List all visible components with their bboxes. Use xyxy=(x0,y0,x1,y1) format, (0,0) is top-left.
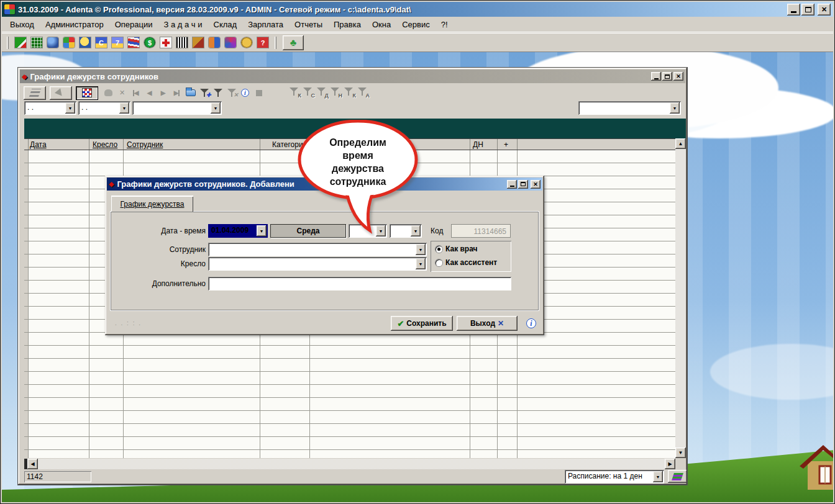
filter-combobox[interactable]: ▼ xyxy=(132,101,222,115)
column-header-dn[interactable]: ДН xyxy=(473,140,483,149)
prev-record-button[interactable]: ◀ xyxy=(143,87,156,99)
help-book-icon[interactable]: ? xyxy=(257,37,268,48)
minimize-button[interactable] xyxy=(787,4,800,16)
schedules-titlebar[interactable]: ◆ Графики дежурств сотрудников ✕ xyxy=(20,70,685,83)
maximize-button[interactable] xyxy=(801,4,814,16)
tab-schedule[interactable]: График дежурства xyxy=(111,196,193,212)
exit-icon[interactable] xyxy=(15,37,26,48)
add-filter-button[interactable]: ✚ xyxy=(198,87,211,99)
employee-combobox[interactable]: ▼ xyxy=(208,243,427,256)
right-filter-combobox[interactable]: ▼ xyxy=(578,101,681,115)
clear-filter-button[interactable]: ✕ xyxy=(225,87,238,99)
dropdown-arrow-icon[interactable]: ▼ xyxy=(416,244,426,255)
menu-warehouse[interactable]: Склад xyxy=(208,18,243,31)
filter-s-button[interactable]: С xyxy=(303,88,316,99)
column-header-employee[interactable]: Сотрудник xyxy=(127,140,163,149)
menu-administrator[interactable]: Администратор xyxy=(40,18,109,31)
tasks-c-icon[interactable]: C xyxy=(96,37,107,48)
minimize-button[interactable] xyxy=(651,72,661,81)
palette-icon[interactable] xyxy=(225,37,236,48)
date-to-combobox[interactable]: . . ▼ xyxy=(78,101,130,115)
gear-icon[interactable] xyxy=(241,37,252,48)
exit-button[interactable]: Выход ✕ xyxy=(457,316,518,331)
close-button[interactable]: ✕ xyxy=(531,180,541,189)
radio-as-assistant[interactable]: Как ассистент xyxy=(436,258,497,267)
next-record-button[interactable]: ▶ xyxy=(157,87,170,99)
schedule-grid-icon[interactable] xyxy=(31,37,42,48)
close-button[interactable]: ✕ xyxy=(673,72,683,81)
date-combobox[interactable]: 01.04.2009 ▼ xyxy=(208,224,268,238)
menu-operations[interactable]: Операции xyxy=(109,18,158,31)
menu-salary[interactable]: Зарплата xyxy=(242,18,289,31)
scroll-left-button[interactable]: ◀ xyxy=(27,459,38,469)
hscroll-track[interactable] xyxy=(27,459,675,469)
maximize-button[interactable] xyxy=(662,72,672,81)
schedule-mode-combobox[interactable]: Расписание: на 1 ден ▼ xyxy=(565,470,664,484)
dropdown-arrow-icon[interactable]: ▼ xyxy=(211,102,221,114)
first-aid-icon[interactable] xyxy=(160,37,171,48)
stripes-view-button[interactable] xyxy=(24,86,46,100)
pointer-button[interactable] xyxy=(50,86,72,100)
maximize-button[interactable] xyxy=(518,180,528,189)
dropdown-arrow-icon[interactable]: ▼ xyxy=(119,102,129,114)
vscroll-track[interactable] xyxy=(675,138,686,458)
tasks-7-icon[interactable]: 7 xyxy=(112,37,123,48)
filter-n-button[interactable]: Н xyxy=(331,88,343,99)
scroll-up-button[interactable]: ▲ xyxy=(675,138,686,149)
first-record-button[interactable]: ◀ xyxy=(129,87,142,99)
last-record-button[interactable]: ▶ xyxy=(170,87,183,99)
minimize-button[interactable] xyxy=(507,180,517,189)
filter-k2-button[interactable]: К xyxy=(344,88,357,99)
stop-button[interactable] xyxy=(252,87,265,99)
dropdown-arrow-icon[interactable]: ▼ xyxy=(257,225,267,236)
menu-windows[interactable]: Окна xyxy=(367,18,396,31)
filter-button[interactable] xyxy=(211,87,224,99)
money-icon[interactable]: $ xyxy=(144,37,155,48)
toolbar-grip[interactable] xyxy=(7,37,9,49)
barcode-icon[interactable] xyxy=(176,37,188,48)
dialog-info-icon[interactable]: i xyxy=(526,318,536,328)
extra-input[interactable] xyxy=(208,277,511,290)
patients-icon[interactable] xyxy=(47,37,58,48)
stripes-mode-button[interactable] xyxy=(668,470,687,483)
filter-k1-button[interactable]: К xyxy=(290,88,302,99)
horizontal-scrollbar[interactable]: ◀ ▶ xyxy=(24,459,675,469)
clover-button[interactable]: ♣ xyxy=(283,35,304,50)
menu-edit[interactable]: Правка xyxy=(328,18,367,31)
info-button[interactable]: i xyxy=(239,87,252,99)
column-header-plus[interactable]: + xyxy=(504,140,508,149)
filter-a-button[interactable]: А xyxy=(358,88,370,99)
scroll-right-button[interactable]: ▶ xyxy=(665,459,675,469)
menu-tasks[interactable]: З а д а ч и xyxy=(158,18,208,31)
dropdown-arrow-icon[interactable]: ▼ xyxy=(653,471,663,482)
children-icon[interactable] xyxy=(63,37,75,48)
save-button[interactable]: ✔ Сохранить xyxy=(391,316,453,331)
menu-reports[interactable]: Отчеты xyxy=(289,18,328,31)
open-button[interactable] xyxy=(184,87,197,99)
menu-help[interactable]: ?! xyxy=(436,18,454,31)
employee-label: Сотрудник xyxy=(130,245,206,254)
dropdown-arrow-icon[interactable]: ▼ xyxy=(670,102,680,114)
column-header-date[interactable]: Дата xyxy=(30,140,47,149)
app-titlebar: 31.03.2009 - Adenta © Professional, верс… xyxy=(2,2,833,17)
menu-exit[interactable]: Выход xyxy=(4,18,40,31)
vertical-scrollbar[interactable]: ▲ ▼ xyxy=(675,138,686,458)
staff-icon[interactable] xyxy=(209,37,220,48)
flag-stripes-icon[interactable] xyxy=(128,37,139,48)
column-header-chair[interactable]: Кресло xyxy=(93,140,117,149)
drag-button[interactable] xyxy=(102,87,115,99)
chair-combobox[interactable]: ▼ xyxy=(208,257,427,271)
record-count: 1142 xyxy=(24,471,91,482)
filter-d-button[interactable]: Д xyxy=(317,88,329,99)
flag-mode-button[interactable] xyxy=(76,86,98,100)
date-from-combobox[interactable]: . . ▼ xyxy=(24,101,76,115)
scroll-down-button[interactable]: ▼ xyxy=(675,448,686,458)
dropdown-arrow-icon[interactable]: ▼ xyxy=(65,102,75,114)
clock-icon[interactable] xyxy=(80,37,91,48)
menu-service[interactable]: Сервис xyxy=(396,18,436,31)
delete-button[interactable]: ✕ xyxy=(116,87,129,99)
dropdown-arrow-icon[interactable]: ▼ xyxy=(416,258,426,269)
gift-icon[interactable] xyxy=(193,37,204,48)
close-button[interactable]: ✕ xyxy=(818,4,831,16)
radio-as-doctor[interactable]: Как врач xyxy=(436,245,478,253)
